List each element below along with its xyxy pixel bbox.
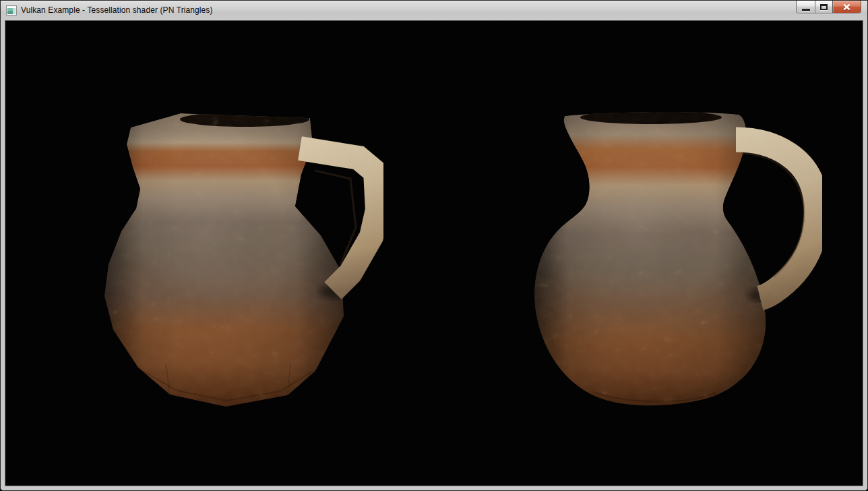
- titlebar[interactable]: Vulkan Example - Tessellation shader (PN…: [1, 1, 867, 20]
- minimize-icon: [802, 9, 810, 11]
- jug-untessellated: [104, 112, 377, 407]
- close-icon: [842, 3, 851, 11]
- jug-tessellated: [534, 111, 816, 405]
- render-viewport[interactable]: [5, 20, 863, 486]
- app-window: Vulkan Example - Tessellation shader (PN…: [0, 0, 868, 491]
- maximize-button[interactable]: [815, 1, 832, 13]
- window-controls: [796, 1, 861, 13]
- minimize-button[interactable]: [797, 1, 815, 13]
- close-button[interactable]: [832, 1, 861, 13]
- application-icon: [6, 5, 17, 16]
- maximize-icon: [820, 4, 828, 10]
- window-title: Vulkan Example - Tessellation shader (PN…: [21, 1, 213, 20]
- render-canvas[interactable]: [5, 21, 863, 486]
